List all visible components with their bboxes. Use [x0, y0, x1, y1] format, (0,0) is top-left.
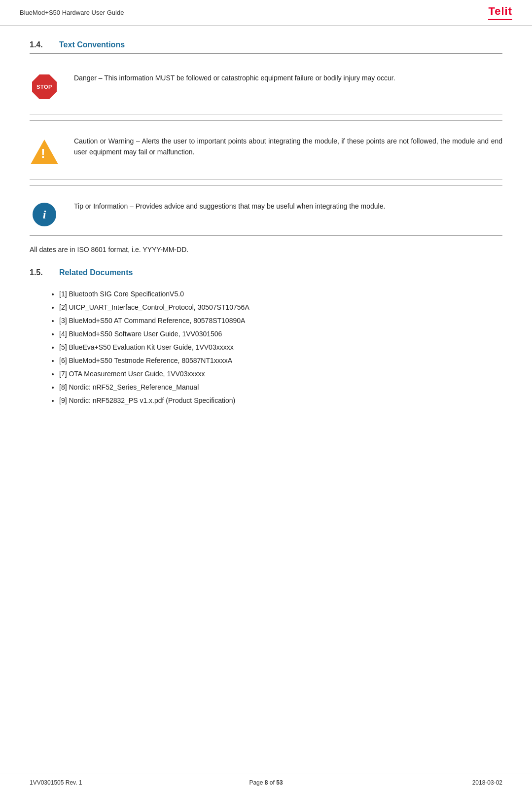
list-item: [5] BlueEva+S50 Evaluation Kit User Guid…	[59, 342, 502, 353]
stop-convention-block: STOP Danger – This information MUST be f…	[30, 64, 502, 108]
list-item: [2] UICP_UART_Interface_Control_Protocol…	[59, 302, 502, 313]
header-title: BlueMod+S50 Hardware User Guide	[20, 9, 124, 16]
divider-1	[30, 114, 502, 114]
page-content: 1.4. Text Conventions STOP Danger – This…	[0, 26, 532, 774]
divider-4	[30, 185, 502, 186]
section-15-heading: 1.5. Related Documents	[30, 268, 502, 281]
list-item: [4] BlueMod+S50 Software User Guide, 1VV…	[59, 329, 502, 339]
footer-date: 2018-03-02	[345, 779, 502, 786]
section-14-heading: 1.4. Text Conventions	[30, 40, 502, 54]
list-item: [3] BlueMod+S50 AT Command Reference, 80…	[59, 316, 502, 326]
list-item: [9] Nordic: nRF52832_PS v1.x.pdf (Produc…	[59, 396, 502, 406]
list-item: [6] BlueMod+S50 Testmode Reference, 8058…	[59, 356, 502, 366]
info-icon-wrapper: i	[30, 203, 59, 226]
stop-icon-wrapper: STOP	[30, 74, 59, 99]
info-icon: i	[33, 203, 56, 226]
telit-logo-underline	[488, 19, 512, 20]
list-item: [8] Nordic: nRF52_Series_Reference_Manua…	[59, 382, 502, 393]
page-header: BlueMod+S50 Hardware User Guide Telit	[0, 0, 532, 26]
iso-text: All dates are in ISO 8601 format, i.e. Y…	[30, 246, 502, 253]
footer-page-total: 53	[276, 779, 283, 786]
list-item: [7] OTA Measurement User Guide, 1VV03xxx…	[59, 369, 502, 379]
stop-convention-text: Danger – This information MUST be follow…	[74, 72, 502, 83]
section-15-title: Related Documents	[59, 268, 133, 277]
warning-icon	[31, 140, 58, 164]
stop-icon: STOP	[32, 74, 57, 99]
section-14-number: 1.4.	[30, 40, 59, 49]
footer-page: Page 8 of 53	[187, 779, 345, 786]
info-convention-block: i Tip or Information – Provides advice a…	[30, 192, 502, 235]
telit-logo-text: Telit	[488, 5, 512, 18]
page-footer: 1VV0301505 Rev. 1 Page 8 of 53 2018-03-0…	[0, 774, 532, 791]
warning-convention-text: Caution or Warning – Alerts the user to …	[74, 136, 502, 158]
warning-icon-wrapper	[30, 138, 59, 164]
warning-convention-block: Caution or Warning – Alerts the user to …	[30, 127, 502, 173]
list-item: [1] Bluetooth SIG Core SpecificationV5.0	[59, 289, 502, 299]
section-15: 1.5. Related Documents [1] Bluetooth SIG…	[30, 268, 502, 406]
divider-2	[30, 120, 502, 121]
info-convention-text: Tip or Information – Provides advice and…	[74, 201, 502, 212]
page-wrapper: BlueMod+S50 Hardware User Guide Telit 1.…	[0, 0, 532, 791]
related-docs-list: [1] Bluetooth SIG Core SpecificationV5.0…	[30, 289, 502, 406]
footer-revision: 1VV0301505 Rev. 1	[30, 779, 187, 786]
divider-5	[30, 235, 502, 236]
section-15-number: 1.5.	[30, 268, 59, 277]
section-14-title: Text Conventions	[59, 40, 125, 49]
telit-logo: Telit	[488, 5, 512, 20]
footer-page-current: 8	[265, 779, 268, 786]
divider-3	[30, 179, 502, 180]
